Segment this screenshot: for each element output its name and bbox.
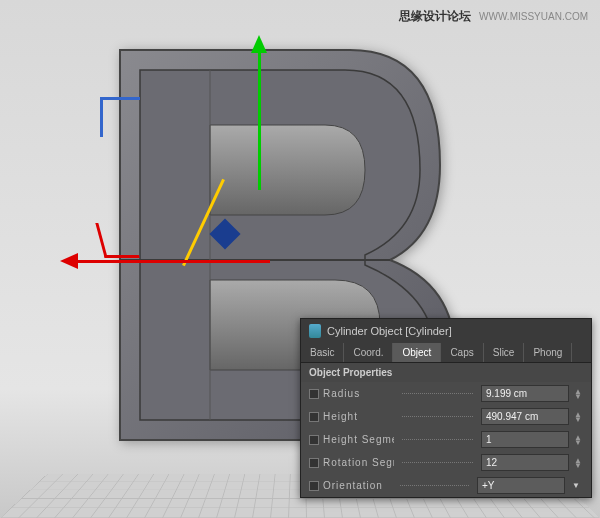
properties-panel: Cylinder Object [Cylinder] Basic Coord. … [300, 318, 592, 498]
3d-viewport[interactable]: 思缘设计论坛WWW.MISSYUAN.COM Cylinder Object [… [0, 0, 600, 518]
rseg-input[interactable]: 12 [481, 454, 569, 471]
prop-rotation-segments: Rotation Segments 12 ▲▼ [301, 451, 591, 474]
transform-gizmo[interactable] [70, 75, 350, 335]
panel-title-bar: Cylinder Object [Cylinder] [301, 319, 591, 343]
prop-height-segments: Height Segments 1 ▲▼ [301, 428, 591, 451]
tab-coord[interactable]: Coord. [344, 343, 393, 362]
tab-phong[interactable]: Phong [524, 343, 572, 362]
section-header: Object Properties [301, 363, 591, 382]
gizmo-center-cube[interactable] [209, 218, 240, 249]
cylinder-icon [309, 324, 321, 338]
spinner-icon[interactable]: ▲▼ [573, 389, 583, 399]
tab-caps[interactable]: Caps [441, 343, 483, 362]
orient-checkbox[interactable] [309, 481, 319, 491]
z-axis[interactable] [182, 179, 225, 266]
hseg-input[interactable]: 1 [481, 431, 569, 448]
prop-height: Height 490.947 cm ▲▼ [301, 405, 591, 428]
height-checkbox[interactable] [309, 412, 319, 422]
spinner-icon[interactable]: ▲▼ [573, 458, 583, 468]
y-axis[interactable] [258, 45, 261, 190]
tab-basic[interactable]: Basic [301, 343, 344, 362]
spinner-icon[interactable]: ▲▼ [573, 412, 583, 422]
radius-checkbox[interactable] [309, 389, 319, 399]
watermark: 思缘设计论坛WWW.MISSYUAN.COM [399, 8, 588, 25]
prop-radius: Radius 9.199 cm ▲▼ [301, 382, 591, 405]
red-angle-handle[interactable] [95, 223, 139, 258]
panel-tabs: Basic Coord. Object Caps Slice Phong [301, 343, 591, 363]
chevron-down-icon[interactable]: ▼ [569, 481, 583, 490]
blue-angle-handle[interactable] [100, 97, 140, 137]
prop-orientation: Orientation +Y ▼ [301, 474, 591, 497]
tab-slice[interactable]: Slice [484, 343, 525, 362]
radius-input[interactable]: 9.199 cm [481, 385, 569, 402]
height-input[interactable]: 490.947 cm [481, 408, 569, 425]
hseg-checkbox[interactable] [309, 435, 319, 445]
tab-object[interactable]: Object [393, 343, 441, 362]
rseg-checkbox[interactable] [309, 458, 319, 468]
panel-title-text: Cylinder Object [Cylinder] [327, 325, 452, 337]
spinner-icon[interactable]: ▲▼ [573, 435, 583, 445]
x-axis[interactable] [70, 260, 270, 263]
orient-select[interactable]: +Y [477, 477, 565, 494]
